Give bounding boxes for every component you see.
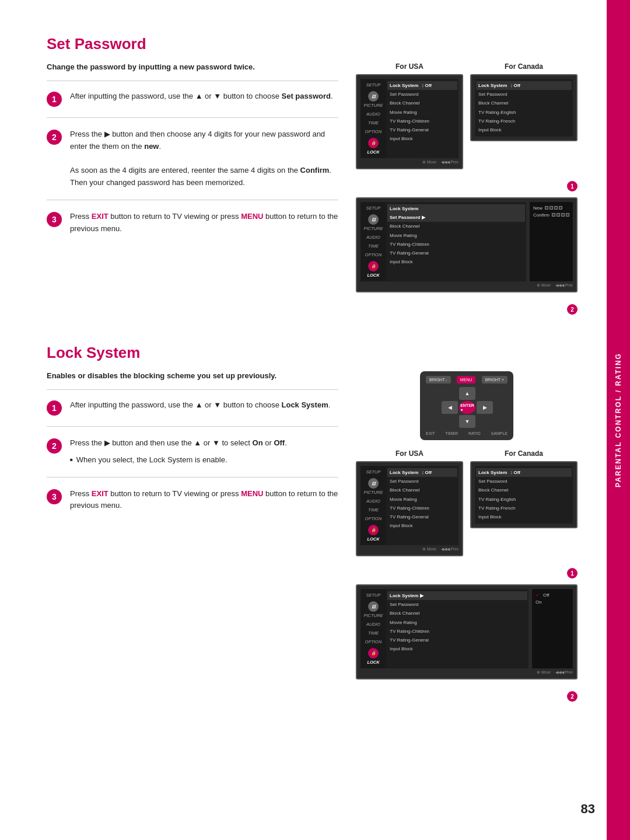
canada3-set-password: Set Password <box>478 477 569 486</box>
dot6 <box>556 213 560 217</box>
tv-sidebar-3: SETUP 🖼 PICTURE AUDIO TIME OPTION <box>360 466 386 545</box>
dpad-right[interactable]: ▶ <box>477 401 493 414</box>
canada-lock-system: Lock System : Off <box>476 81 572 90</box>
dot4 <box>559 206 562 210</box>
lock-icon-4: 🔒 <box>368 648 379 658</box>
new-label: New <box>533 205 542 211</box>
remote-wrap: BRIGHT - MENU BRIGHT + ▲ ◀ ENTER● ▶ <box>356 371 578 440</box>
page-container: Set Password Change the password by inpu… <box>0 0 630 840</box>
usa-screen-4-wrap: SETUP 🖼 PICTURE AUDIO TIME OPTION <box>356 584 578 679</box>
lock-icon-2: 🔒 <box>368 261 379 271</box>
screen-pair-1: For USA SETUP 🖼 PICTURE <box>356 62 578 169</box>
step-circle-2: 2 <box>47 130 62 145</box>
menu2-tv-children: TV Rating-Children <box>390 240 523 249</box>
menu3-tv-general: TV Rating-General <box>390 513 455 521</box>
menu-tv-general: TV Rating-General <box>390 126 455 134</box>
timer-label: TIMER <box>445 431 458 435</box>
dot7 <box>561 213 565 217</box>
menu-tv-children: TV Rating-Children <box>390 117 455 126</box>
usa-tv-screen-4: SETUP 🖼 PICTURE AUDIO TIME OPTION <box>356 584 578 679</box>
dpad-enter[interactable]: ENTER● <box>459 401 475 414</box>
screen-pair-4: SETUP 🖼 PICTURE AUDIO TIME OPTION <box>356 584 578 679</box>
lock-step-circle-3: 3 <box>47 489 62 504</box>
lock-system-text-column: Enables or disables the blocking scheme … <box>47 371 338 533</box>
menu2-tv-general: TV Rating-General <box>390 249 523 257</box>
footer-prev-2: ◀◀◀ Prev <box>555 283 573 288</box>
tv-sidebar-4: SETUP 🖼 PICTURE AUDIO TIME OPTION <box>360 589 386 668</box>
confirm-label: Confirm <box>533 212 550 218</box>
dot8 <box>566 213 569 217</box>
usa-tv-screen-2: SETUP 🖼 PICTURE AUDIO TIME OPTION <box>356 197 578 292</box>
sidebar-option-4: OPTION <box>360 638 386 646</box>
usa-screen-3-wrap: For USA SETUP 🖼 PICTURE <box>356 449 463 556</box>
tv-footer-1: ⊕ Move ◀◀◀ Prev <box>360 158 459 165</box>
step-circle-1: 1 <box>47 92 62 107</box>
off-option: Off <box>543 592 550 598</box>
dpad-left[interactable]: ◀ <box>442 401 458 414</box>
tv-menu-1: SETUP 🖼 PICTURE AUDIO TIME OPTION <box>360 79 459 158</box>
sub-panel-2: ✓ Off On <box>532 589 573 668</box>
sidebar-audio-3: AUDIO <box>360 497 386 505</box>
lock-icon: 🔒 <box>368 138 379 148</box>
canada-set-password: Set Password <box>478 90 569 99</box>
menu2-lock-system: Lock System <box>387 204 525 213</box>
sidebar-setup-2: SETUP <box>360 204 386 212</box>
tv-sidebar-1: SETUP 🖼 PICTURE AUDIO TIME OPTION <box>360 79 386 158</box>
sidebar-audio-4: AUDIO <box>360 621 386 628</box>
sidebar-time-4: TIME <box>360 629 386 637</box>
dot3 <box>554 206 558 210</box>
dpad-down[interactable]: ▼ <box>459 415 475 428</box>
sub-confirm: Confirm <box>533 211 569 218</box>
sidebar-audio-2: AUDIO <box>360 233 386 241</box>
usa-tv-screen-1: SETUP 🖼 PICTURE AUDIO TIME OPTION <box>356 74 463 169</box>
sidebar-picture-2: 🖼 PICTURE <box>360 213 386 232</box>
tv-sidebar-2: SETUP 🖼 PICTURE AUDIO TIME OPTION <box>360 202 386 281</box>
canada3-tv-english: TV Rating-English <box>478 495 569 504</box>
menu3-input-block: Input Block <box>390 521 455 530</box>
remote-control: BRIGHT - MENU BRIGHT + ▲ ◀ ENTER● ▶ <box>420 371 513 440</box>
bright-plus-btn[interactable]: BRIGHT + <box>482 376 508 384</box>
lock-system-section: Lock System Enables or disables the bloc… <box>47 344 578 707</box>
menu-movie-rating: Movie Rating <box>390 108 455 117</box>
sidebar-setup-3: SETUP <box>360 468 386 476</box>
lock-step-3: 3 Press EXIT button to return to TV view… <box>47 488 338 523</box>
sidebar-lock: 🔒 LOCK <box>360 137 386 156</box>
exit-label: EXIT <box>426 431 435 435</box>
sidebar-label: PARENTAL CONTROL / RATING <box>614 353 622 487</box>
menu-block-channel: Block Channel <box>390 99 455 107</box>
dpad-up[interactable]: ▲ <box>459 387 475 400</box>
lock-step-1-text: After inputting the password, use the ▲ … <box>70 399 330 412</box>
canada-label-1: For Canada <box>470 62 578 71</box>
confirm-dots <box>552 213 569 217</box>
menu2-block-channel: Block Channel <box>390 222 523 231</box>
sidebar-option-3: OPTION <box>360 515 386 522</box>
tv-menu-2: SETUP 🖼 PICTURE AUDIO TIME OPTION <box>360 202 573 281</box>
main-content: Set Password Change the password by inpu… <box>0 0 607 840</box>
menu3-block-channel: Block Channel <box>390 486 455 494</box>
sub-panel-1: New <box>530 202 573 281</box>
menu-btn[interactable]: MENU <box>457 376 476 384</box>
picture-icon-4: 🖼 <box>368 601 379 612</box>
step-2: 2 Press the ▶ button and then choose any… <box>47 128 338 200</box>
tv-main-menu-4: Lock System ▶ Set Password Block Channel… <box>386 589 528 668</box>
menu4-tv-general: TV Rating-General <box>390 636 525 644</box>
screen-pair-3: For USA SETUP 🖼 PICTURE <box>356 449 578 556</box>
menu4-lock-system: Lock System ▶ <box>387 591 527 600</box>
tv-menu-canada-1: Lock System : Off Set Password Block Cha… <box>475 79 573 137</box>
dot2 <box>550 206 553 210</box>
ratio-label: RATIO <box>468 431 481 435</box>
sidebar-audio: AUDIO <box>360 110 386 118</box>
canada-block-channel: Block Channel <box>478 99 569 107</box>
bright-minus-btn[interactable]: BRIGHT - <box>426 376 451 384</box>
menu3-tv-children: TV Rating-Children <box>390 504 455 513</box>
remote-dpad: ▲ ◀ ENTER● ▶ ▼ <box>442 387 492 428</box>
lock-step-circle-1: 1 <box>47 400 62 416</box>
tv-footer-3: ⊕ Move ◀◀◀ Prev <box>360 545 459 552</box>
menu4-block-channel: Block Channel <box>390 609 525 618</box>
footer-prev-4: ◀◀◀ Prev <box>555 670 573 675</box>
set-password-section: Set Password Change the password by inpu… <box>47 35 578 320</box>
sidebar-lock-2: 🔒 LOCK <box>360 260 386 279</box>
sidebar-option: OPTION <box>360 128 386 135</box>
menu2-movie-rating: Movie Rating <box>390 231 523 240</box>
canada-screen-3-wrap: For Canada Lock System : Off Set Passwor… <box>470 449 578 528</box>
